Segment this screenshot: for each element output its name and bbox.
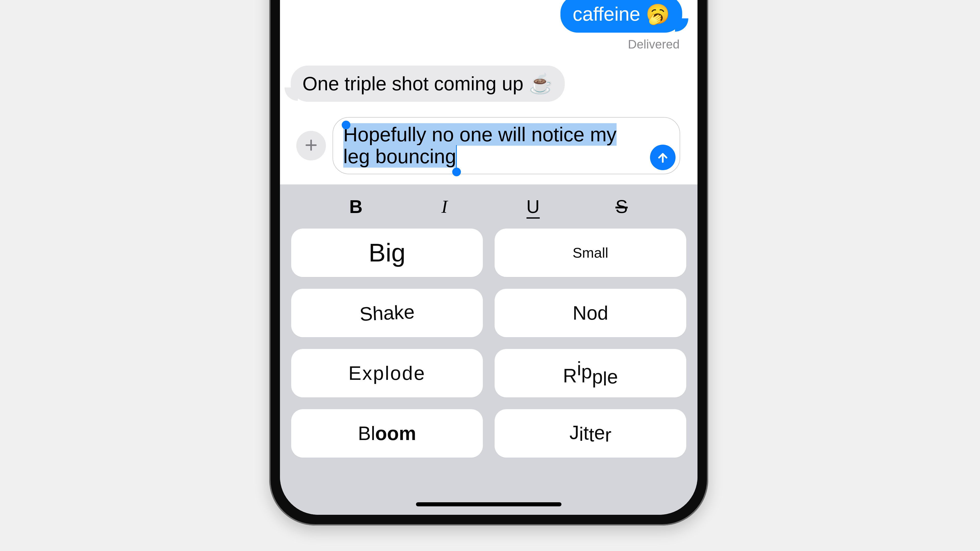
- text-effects-panel: B I U S Big Small Shake Nod Explode Ripp…: [280, 184, 697, 515]
- received-message-text: One triple shot coming up ☕: [302, 73, 553, 94]
- effect-small[interactable]: Small: [495, 229, 686, 277]
- bold-button[interactable]: B: [341, 196, 371, 218]
- effect-bloom[interactable]: Bloom: [291, 409, 483, 457]
- underline-button[interactable]: U: [518, 196, 549, 218]
- effect-shake[interactable]: Shake: [291, 289, 483, 337]
- italic-button[interactable]: I: [429, 196, 460, 218]
- sent-message-bubble[interactable]: caffeine 🥱: [560, 0, 682, 33]
- text-effects-grid: Big Small Shake Nod Explode Ripple Bloom…: [291, 229, 686, 457]
- effect-jitter[interactable]: Jitter: [495, 409, 686, 457]
- received-message-bubble[interactable]: One triple shot coming up ☕: [291, 65, 565, 102]
- effect-explode[interactable]: Explode: [291, 349, 483, 397]
- add-attachment-button[interactable]: [296, 131, 326, 160]
- phone-screen: caffeine 🥱 Delivered One triple shot com…: [280, 0, 697, 515]
- effect-big[interactable]: Big: [291, 229, 483, 277]
- sent-message-text: caffeine 🥱: [573, 3, 670, 25]
- home-indicator[interactable]: [416, 502, 562, 507]
- selection-end-handle-icon[interactable]: [452, 168, 461, 176]
- bubble-tail-icon: [675, 18, 688, 32]
- phone-frame: caffeine 🥱 Delivered One triple shot com…: [269, 0, 708, 526]
- send-button[interactable]: [650, 144, 676, 170]
- plus-icon: [304, 138, 318, 153]
- arrow-up-icon: [656, 146, 669, 168]
- effect-nod[interactable]: Nod: [495, 289, 686, 337]
- effect-ripple[interactable]: Ripple: [495, 349, 686, 397]
- compose-row: Hopefully no one will notice my leg boun…: [285, 102, 692, 184]
- delivered-status: Delivered: [285, 37, 679, 51]
- conversation-area: caffeine 🥱 Delivered One triple shot com…: [280, 0, 697, 184]
- strikethrough-button[interactable]: S: [606, 196, 637, 218]
- message-compose-field[interactable]: Hopefully no one will notice my leg boun…: [332, 117, 680, 174]
- format-style-row: B I U S: [291, 192, 686, 229]
- bubble-tail-icon: [285, 87, 298, 101]
- selection-start-handle-icon[interactable]: [342, 121, 350, 129]
- compose-selected-word: bouncing: [375, 145, 457, 168]
